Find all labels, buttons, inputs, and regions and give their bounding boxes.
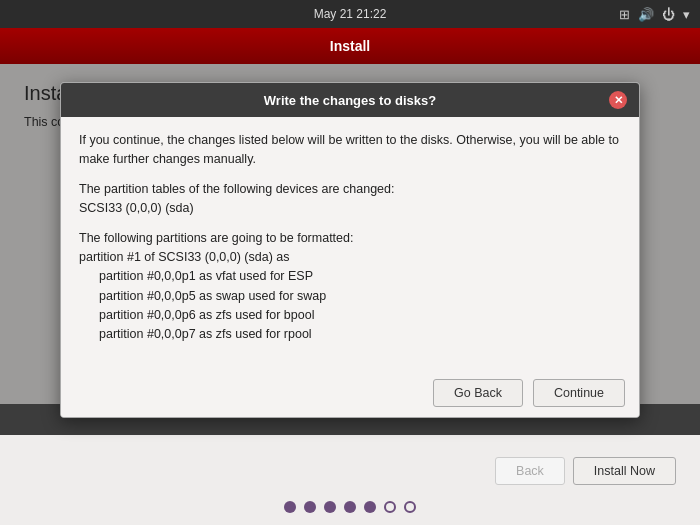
progress-dot-6 xyxy=(384,501,396,513)
partitions-to-format: The following partitions are going to be… xyxy=(79,229,621,345)
format-line2: partition #0,0,0p1 as vfat used for ESP xyxy=(79,267,621,286)
topbar-icons: ⊞ 🔊 ⏻ ▾ xyxy=(619,7,690,22)
content-area: Installation type This computer currentl… xyxy=(0,64,700,404)
install-now-button[interactable]: Install Now xyxy=(573,457,676,485)
power-icon: ⏻ xyxy=(662,7,675,22)
modal-close-button[interactable]: ✕ xyxy=(609,91,627,109)
modal-footer: Go Back Continue xyxy=(61,369,639,417)
datetime: May 21 21:22 xyxy=(314,7,387,21)
partition-table-info: The partition tables of the following de… xyxy=(79,180,621,219)
format-line5: partition #0,0,0p7 as zfs used for rpool xyxy=(79,325,621,344)
modal-overlay: Write the changes to disks? ✕ If you con… xyxy=(0,64,700,404)
partition-table-label: The partition tables of the following de… xyxy=(79,180,621,199)
volume-icon: 🔊 xyxy=(638,7,654,22)
format-line1: partition #1 of SCSI33 (0,0,0) (sda) as xyxy=(79,248,621,267)
titlebar: Install xyxy=(0,28,700,64)
modal-para1: If you continue, the changes listed belo… xyxy=(79,131,621,170)
format-line3: partition #0,0,0p5 as swap used for swap xyxy=(79,287,621,306)
title-label: Install xyxy=(330,38,370,54)
modal-header: Write the changes to disks? ✕ xyxy=(61,83,639,117)
arrow-icon: ▾ xyxy=(683,7,690,22)
progress-dot-4 xyxy=(344,501,356,513)
progress-dot-1 xyxy=(284,501,296,513)
format-label: The following partitions are going to be… xyxy=(79,229,621,248)
progress-dot-3 xyxy=(324,501,336,513)
back-button[interactable]: Back xyxy=(495,457,565,485)
modal-dialog: Write the changes to disks? ✕ If you con… xyxy=(60,82,640,418)
modal-title: Write the changes to disks? xyxy=(91,93,609,108)
progress-dot-5 xyxy=(364,501,376,513)
format-line4: partition #0,0,0p6 as zfs used for bpool xyxy=(79,306,621,325)
go-back-button[interactable]: Go Back xyxy=(433,379,523,407)
progress-dot-2 xyxy=(304,501,316,513)
topbar: May 21 21:22 ⊞ 🔊 ⏻ ▾ xyxy=(0,0,700,28)
progress-dot-7 xyxy=(404,501,416,513)
bottom-bar: Back Install Now xyxy=(0,435,700,525)
modal-body: If you continue, the changes listed belo… xyxy=(61,117,639,369)
partition-table-value: SCSI33 (0,0,0) (sda) xyxy=(79,199,621,218)
continue-button[interactable]: Continue xyxy=(533,379,625,407)
nav-buttons: Back Install Now xyxy=(495,457,700,485)
network-icon: ⊞ xyxy=(619,7,630,22)
progress-dots xyxy=(284,501,416,513)
